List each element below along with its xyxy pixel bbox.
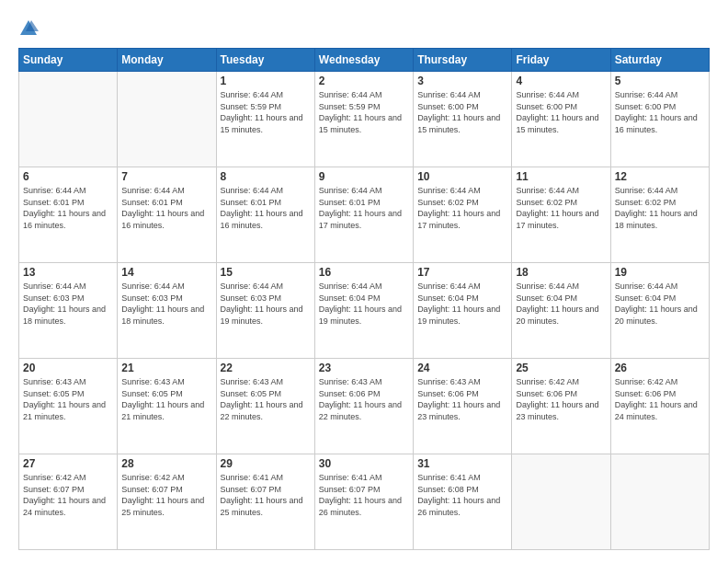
day-number: 25 (516, 362, 606, 374)
day-info: Sunrise: 6:44 AM Sunset: 6:02 PM Dayligh… (516, 185, 606, 231)
calendar-header-friday: Friday (512, 49, 610, 72)
day-number: 28 (121, 457, 211, 470)
calendar-header-row: SundayMondayTuesdayWednesdayThursdayFrid… (19, 49, 710, 72)
day-number: 3 (417, 75, 507, 87)
day-info: Sunrise: 6:44 AM Sunset: 6:01 PM Dayligh… (23, 185, 113, 231)
day-number: 15 (221, 266, 311, 279)
calendar-cell: 9Sunrise: 6:44 AM Sunset: 6:01 PM Daylig… (314, 167, 413, 263)
day-info: Sunrise: 6:44 AM Sunset: 6:04 PM Dayligh… (516, 281, 606, 327)
day-number: 27 (23, 457, 113, 470)
day-number: 6 (23, 170, 113, 183)
calendar-cell: 8Sunrise: 6:44 AM Sunset: 6:01 PM Daylig… (216, 167, 314, 263)
calendar-header-monday: Monday (118, 49, 216, 72)
day-number: 29 (221, 457, 311, 470)
day-number: 30 (319, 457, 409, 470)
day-number: 11 (516, 170, 606, 183)
calendar-cell: 18Sunrise: 6:44 AM Sunset: 6:04 PM Dayli… (512, 263, 610, 359)
day-info: Sunrise: 6:41 AM Sunset: 6:07 PM Dayligh… (221, 472, 311, 518)
day-info: Sunrise: 6:42 AM Sunset: 6:06 PM Dayligh… (615, 376, 705, 422)
calendar-week-0: 1Sunrise: 6:44 AM Sunset: 5:59 PM Daylig… (19, 72, 710, 167)
calendar: SundayMondayTuesdayWednesdayThursdayFrid… (18, 48, 710, 550)
calendar-week-4: 27Sunrise: 6:42 AM Sunset: 6:07 PM Dayli… (19, 454, 710, 550)
day-info: Sunrise: 6:41 AM Sunset: 6:08 PM Dayligh… (417, 472, 507, 518)
calendar-cell: 10Sunrise: 6:44 AM Sunset: 6:02 PM Dayli… (414, 167, 512, 263)
logo-icon (18, 18, 39, 39)
calendar-cell (512, 454, 610, 550)
calendar-cell: 4Sunrise: 6:44 AM Sunset: 6:00 PM Daylig… (512, 72, 610, 167)
day-info: Sunrise: 6:43 AM Sunset: 6:05 PM Dayligh… (23, 376, 113, 422)
day-info: Sunrise: 6:44 AM Sunset: 6:01 PM Dayligh… (319, 185, 409, 231)
day-info: Sunrise: 6:44 AM Sunset: 6:03 PM Dayligh… (23, 281, 113, 327)
calendar-cell: 30Sunrise: 6:41 AM Sunset: 6:07 PM Dayli… (314, 454, 413, 550)
calendar-header-sunday: Sunday (19, 49, 118, 72)
calendar-cell: 23Sunrise: 6:43 AM Sunset: 6:06 PM Dayli… (314, 359, 413, 454)
calendar-header-thursday: Thursday (414, 49, 512, 72)
day-number: 13 (23, 266, 113, 279)
day-info: Sunrise: 6:43 AM Sunset: 6:05 PM Dayligh… (121, 376, 211, 422)
calendar-header-saturday: Saturday (610, 49, 709, 72)
day-number: 16 (319, 266, 409, 279)
calendar-week-1: 6Sunrise: 6:44 AM Sunset: 6:01 PM Daylig… (19, 167, 710, 263)
day-info: Sunrise: 6:44 AM Sunset: 6:02 PM Dayligh… (417, 185, 507, 231)
day-info: Sunrise: 6:44 AM Sunset: 6:00 PM Dayligh… (516, 89, 606, 135)
day-info: Sunrise: 6:44 AM Sunset: 6:01 PM Dayligh… (121, 185, 211, 231)
calendar-cell: 22Sunrise: 6:43 AM Sunset: 6:05 PM Dayli… (216, 359, 314, 454)
day-info: Sunrise: 6:42 AM Sunset: 6:06 PM Dayligh… (516, 376, 606, 422)
calendar-cell (610, 454, 709, 550)
calendar-cell: 3Sunrise: 6:44 AM Sunset: 6:00 PM Daylig… (414, 72, 512, 167)
day-info: Sunrise: 6:43 AM Sunset: 6:06 PM Dayligh… (417, 376, 507, 422)
calendar-cell: 16Sunrise: 6:44 AM Sunset: 6:04 PM Dayli… (314, 263, 413, 359)
calendar-cell: 29Sunrise: 6:41 AM Sunset: 6:07 PM Dayli… (216, 454, 314, 550)
day-number: 12 (615, 170, 705, 183)
calendar-cell: 5Sunrise: 6:44 AM Sunset: 6:00 PM Daylig… (610, 72, 709, 167)
day-info: Sunrise: 6:44 AM Sunset: 6:03 PM Dayligh… (221, 281, 311, 327)
calendar-cell: 20Sunrise: 6:43 AM Sunset: 6:05 PM Dayli… (19, 359, 118, 454)
calendar-cell (118, 72, 216, 167)
day-info: Sunrise: 6:44 AM Sunset: 5:59 PM Dayligh… (221, 89, 311, 135)
calendar-cell: 15Sunrise: 6:44 AM Sunset: 6:03 PM Dayli… (216, 263, 314, 359)
day-number: 5 (615, 75, 705, 87)
calendar-cell: 24Sunrise: 6:43 AM Sunset: 6:06 PM Dayli… (414, 359, 512, 454)
day-info: Sunrise: 6:44 AM Sunset: 6:00 PM Dayligh… (615, 89, 705, 135)
day-number: 8 (221, 170, 311, 183)
day-number: 31 (417, 457, 507, 470)
page: SundayMondayTuesdayWednesdayThursdayFrid… (0, 0, 728, 563)
day-number: 26 (615, 362, 705, 374)
day-number: 10 (417, 170, 507, 183)
logo (18, 17, 41, 39)
day-info: Sunrise: 6:43 AM Sunset: 6:05 PM Dayligh… (221, 376, 311, 422)
day-number: 14 (121, 266, 211, 279)
day-info: Sunrise: 6:44 AM Sunset: 6:00 PM Dayligh… (417, 89, 507, 135)
day-number: 18 (516, 266, 606, 279)
calendar-week-3: 20Sunrise: 6:43 AM Sunset: 6:05 PM Dayli… (19, 359, 710, 454)
day-info: Sunrise: 6:44 AM Sunset: 5:59 PM Dayligh… (319, 89, 409, 135)
calendar-cell: 21Sunrise: 6:43 AM Sunset: 6:05 PM Dayli… (118, 359, 216, 454)
day-number: 1 (221, 75, 311, 87)
day-info: Sunrise: 6:44 AM Sunset: 6:04 PM Dayligh… (615, 281, 705, 327)
day-info: Sunrise: 6:44 AM Sunset: 6:04 PM Dayligh… (417, 281, 507, 327)
calendar-cell: 12Sunrise: 6:44 AM Sunset: 6:02 PM Dayli… (610, 167, 709, 263)
calendar-cell: 25Sunrise: 6:42 AM Sunset: 6:06 PM Dayli… (512, 359, 610, 454)
day-number: 24 (417, 362, 507, 374)
calendar-cell: 13Sunrise: 6:44 AM Sunset: 6:03 PM Dayli… (19, 263, 118, 359)
calendar-week-2: 13Sunrise: 6:44 AM Sunset: 6:03 PM Dayli… (19, 263, 710, 359)
day-number: 17 (417, 266, 507, 279)
calendar-cell (19, 72, 118, 167)
day-number: 23 (319, 362, 409, 374)
day-info: Sunrise: 6:43 AM Sunset: 6:06 PM Dayligh… (319, 376, 409, 422)
day-info: Sunrise: 6:44 AM Sunset: 6:01 PM Dayligh… (221, 185, 311, 231)
day-number: 9 (319, 170, 409, 183)
day-number: 21 (121, 362, 211, 374)
day-number: 22 (221, 362, 311, 374)
day-number: 20 (23, 362, 113, 374)
calendar-header-tuesday: Tuesday (216, 49, 314, 72)
day-number: 2 (319, 75, 409, 87)
day-info: Sunrise: 6:44 AM Sunset: 6:03 PM Dayligh… (121, 281, 211, 327)
day-number: 7 (121, 170, 211, 183)
day-info: Sunrise: 6:44 AM Sunset: 6:04 PM Dayligh… (319, 281, 409, 327)
calendar-cell: 31Sunrise: 6:41 AM Sunset: 6:08 PM Dayli… (414, 454, 512, 550)
calendar-cell: 2Sunrise: 6:44 AM Sunset: 5:59 PM Daylig… (314, 72, 413, 167)
calendar-cell: 1Sunrise: 6:44 AM Sunset: 5:59 PM Daylig… (216, 72, 314, 167)
day-number: 19 (615, 266, 705, 279)
calendar-header-wednesday: Wednesday (314, 49, 413, 72)
